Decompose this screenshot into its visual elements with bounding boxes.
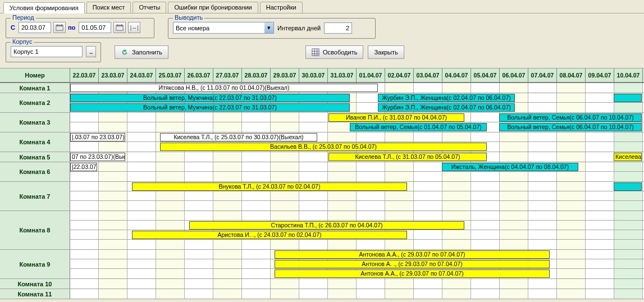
grid-cell[interactable] bbox=[385, 172, 414, 181]
grid-cell[interactable] bbox=[70, 191, 99, 200]
grid-cell[interactable] bbox=[357, 172, 385, 181]
grid-cell[interactable] bbox=[70, 250, 99, 259]
grid-cell[interactable] bbox=[213, 279, 242, 289]
booking-bar[interactable]: Киселева Т.Л., (с 25.03.07 по 30.03.07)(… bbox=[160, 133, 317, 141]
grid-cell[interactable] bbox=[357, 201, 385, 211]
grid-cell[interactable] bbox=[414, 132, 442, 141]
grid-cell[interactable] bbox=[586, 289, 614, 299]
grid-cell[interactable] bbox=[471, 211, 500, 220]
grid-cell[interactable] bbox=[99, 201, 127, 211]
grid-cell[interactable] bbox=[614, 191, 643, 200]
grid-cell[interactable] bbox=[614, 230, 643, 239]
grid-cell[interactable] bbox=[528, 289, 557, 299]
grid-cell[interactable] bbox=[127, 113, 156, 122]
grid-cell[interactable] bbox=[156, 289, 185, 299]
grid-cell[interactable] bbox=[70, 113, 99, 122]
grid-cell[interactable] bbox=[528, 191, 557, 200]
korpus-input[interactable] bbox=[11, 46, 83, 57]
grid-cell[interactable] bbox=[471, 289, 500, 299]
grid-cell[interactable] bbox=[156, 122, 185, 132]
grid-cell[interactable] bbox=[70, 142, 99, 152]
grid-cell[interactable] bbox=[242, 122, 271, 132]
grid-cell[interactable] bbox=[442, 172, 471, 181]
grid-cell[interactable] bbox=[528, 132, 557, 141]
grid-cell[interactable] bbox=[213, 172, 242, 181]
grid-cell[interactable] bbox=[557, 93, 586, 102]
grid-cell[interactable] bbox=[471, 191, 500, 200]
booking-bar[interactable]: Внукова Т.Л., (с 24.03.07 по 02.04.07) bbox=[132, 182, 407, 191]
grid-cell[interactable] bbox=[414, 172, 442, 181]
booking-bar[interactable]: Антонов А. ., (с 29.03.07 по 07.04.07) bbox=[275, 260, 550, 268]
grid-cell[interactable] bbox=[586, 279, 614, 289]
grid-cell[interactable] bbox=[614, 201, 643, 211]
grid-cell[interactable] bbox=[99, 279, 127, 289]
booking-bar[interactable]: Ижсталь, Женщина(с 04.04.07 по 08.04.07) bbox=[442, 163, 578, 171]
grid-cell[interactable] bbox=[528, 182, 557, 191]
grid-cell[interactable] bbox=[586, 191, 614, 200]
grid-cell[interactable] bbox=[99, 240, 127, 249]
grid-cell[interactable] bbox=[500, 191, 528, 200]
grid-cell[interactable] bbox=[271, 201, 299, 211]
grid-cell[interactable] bbox=[442, 240, 471, 249]
booking-bar[interactable]: Старостина Т.П., (с 26.03.07 по 04.04.07… bbox=[189, 221, 464, 230]
booking-bar[interactable]: Аристова И. ., (с 24.03.07 по 02.04.07) bbox=[132, 231, 407, 239]
grid-cell[interactable] bbox=[271, 211, 299, 220]
booking-bar[interactable]: 07 по 23.03.07)(Вые bbox=[70, 153, 125, 161]
grid-cell[interactable] bbox=[242, 152, 271, 162]
grid-cell[interactable] bbox=[414, 191, 442, 200]
grid-cell[interactable] bbox=[471, 221, 500, 230]
grid-cell[interactable] bbox=[557, 211, 586, 220]
grid-cell[interactable] bbox=[385, 162, 414, 171]
grid-cell[interactable] bbox=[442, 182, 471, 191]
grid-cell[interactable] bbox=[500, 172, 528, 181]
grid-cell[interactable] bbox=[614, 279, 643, 289]
tab-conditions[interactable]: Условия формирования bbox=[3, 2, 85, 13]
grid-cell[interactable] bbox=[471, 279, 500, 289]
grid-cell[interactable] bbox=[70, 259, 99, 268]
grid-cell[interactable] bbox=[242, 279, 271, 289]
grid-cell[interactable] bbox=[471, 182, 500, 191]
grid-cell[interactable] bbox=[99, 113, 127, 122]
grid-cell[interactable] bbox=[70, 172, 99, 181]
grid-cell[interactable] bbox=[242, 211, 271, 220]
free-button[interactable]: Освободить bbox=[305, 45, 363, 59]
grid-cell[interactable] bbox=[70, 182, 99, 191]
grid-cell[interactable] bbox=[185, 152, 213, 162]
grid-cell[interactable] bbox=[156, 240, 185, 249]
lookup-icon[interactable]: ... bbox=[86, 46, 96, 57]
grid-cell[interactable] bbox=[242, 259, 271, 268]
grid-cell[interactable] bbox=[614, 132, 643, 141]
grid-cell[interactable] bbox=[328, 289, 357, 299]
grid-cell[interactable] bbox=[70, 269, 99, 278]
close-button[interactable]: Закрыть bbox=[368, 45, 404, 59]
grid-cell[interactable] bbox=[328, 132, 357, 141]
grid-cell[interactable] bbox=[127, 152, 156, 162]
grid-cell[interactable] bbox=[528, 103, 557, 112]
grid-cell[interactable] bbox=[185, 191, 213, 200]
grid-cell[interactable] bbox=[557, 289, 586, 299]
grid-cell[interactable] bbox=[614, 172, 643, 181]
grid-cell[interactable] bbox=[528, 172, 557, 181]
grid-cell[interactable] bbox=[557, 201, 586, 211]
grid-cell[interactable] bbox=[271, 289, 299, 299]
grid-cell[interactable] bbox=[528, 221, 557, 230]
grid-cell[interactable] bbox=[528, 93, 557, 102]
booking-bar[interactable]: Вольный ветер, Семья(с 06.04.07 по 10.04… bbox=[499, 113, 642, 122]
grid-cell[interactable] bbox=[213, 113, 242, 122]
grid-cell[interactable] bbox=[156, 250, 185, 259]
grid-cell[interactable] bbox=[500, 201, 528, 211]
grid-cell[interactable] bbox=[328, 211, 357, 220]
grid-cell[interactable] bbox=[70, 221, 99, 230]
grid-cell[interactable] bbox=[127, 259, 156, 268]
grid-cell[interactable] bbox=[557, 182, 586, 191]
grid-cell[interactable] bbox=[414, 240, 442, 249]
grid-cell[interactable] bbox=[586, 142, 614, 152]
grid-cell[interactable] bbox=[557, 172, 586, 181]
grid-cell[interactable] bbox=[156, 162, 185, 171]
grid-cell[interactable] bbox=[385, 191, 414, 200]
grid-cell[interactable] bbox=[586, 230, 614, 239]
grid-cell[interactable] bbox=[156, 211, 185, 220]
fill-button[interactable]: Заполнить bbox=[115, 45, 168, 59]
grid-cell[interactable] bbox=[185, 113, 213, 122]
grid-cell[interactable] bbox=[99, 221, 127, 230]
